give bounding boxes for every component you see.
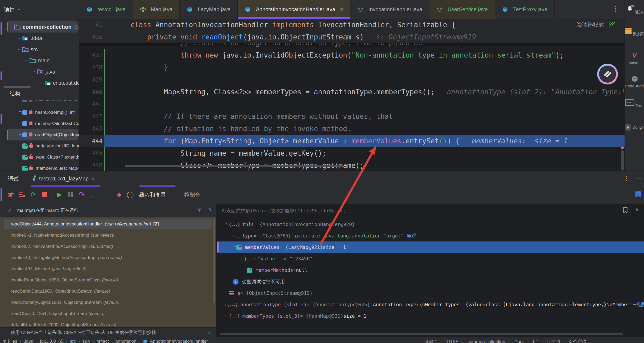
close-icon[interactable]: × [340,6,343,13]
resume-icon[interactable]: ▶ [55,191,63,199]
breadcrumb[interactable]: m Files› Java› jdk1.8.0_65› src› sun› re… [3,339,208,343]
code-line-441[interactable]: 441 [79,98,625,110]
code-line-438[interactable]: 438 } [79,61,625,74]
tree-horizontal-scrollbar[interactable] [3,86,31,88]
tree-item-common-collection[interactable]: › common-collection D:\ [3,21,79,33]
view-breakpoints-icon[interactable]: ◯ [126,191,134,199]
tool-stripe-mark[interactable] [1,114,2,124]
chevron-down-icon[interactable]: ∨ [209,207,212,212]
debug-panel-title[interactable]: 调试 [8,171,19,187]
code-line-442[interactable]: 442 // If there are annotation members w… [79,110,625,123]
caret-position[interactable]: 444:1 [426,339,437,343]
tool-stripe-mark[interactable] [1,188,2,201]
breakpoint-icon[interactable]: ● [115,191,123,199]
tab-userservice[interactable]: UserService.java [429,0,495,19]
layout-settings-icon[interactable] [635,191,642,197]
variable-row-membervalues-selected[interactable]: › memberValues = {LazyMap@921} size = 1 [217,241,644,253]
project-status[interactable]: common-collection [467,339,505,343]
rerun-debug-icon[interactable] [7,191,15,199]
line-ending[interactable]: LF [533,339,538,343]
step-out-icon[interactable]: ↑ [100,191,108,199]
stop-icon[interactable] [40,191,48,199]
tab-threads-variables[interactable]: 线程和变量 [139,187,166,203]
inspections-ok-icon[interactable]: ✓✓ [609,20,621,28]
project-panel-header[interactable]: 项目 › [4,0,79,19]
frames-scrollbar[interactable] [213,218,215,303]
tool-button-codebuddy[interactable]: CodeBuddy [625,75,644,88]
tab-testcc1[interactable]: testcc1.java [79,0,133,19]
chevron-down-icon[interactable]: ∨ [636,207,638,212]
frame-row[interactable]: invoke:43, DelegatingMethodAccessorImpl … [0,252,216,263]
variable-row-annotationtype[interactable]: › {...} annotationType (slot_2) = {Annot… [217,299,644,310]
minimize-icon[interactable]: — [636,175,642,182]
filter-funnel-icon[interactable] [196,208,202,213]
floating-app-badge[interactable] [597,64,618,84]
tool-button-notifications[interactable]: 通知 [625,5,644,15]
tool-stripe-mark[interactable] [1,22,2,35]
restart-icon[interactable]: ⟳ [29,191,37,199]
code-line-445[interactable]: 445 String name = memberValue.getKey(); [79,147,625,159]
tool-button-maven[interactable]: V Maven [625,51,644,65]
sticky-line-41[interactable]: 41 class AnnotationInvocationHandler imp… [79,19,625,31]
reader-mode-label[interactable]: 阅读器模式 [576,19,604,31]
variable-row-membertypes[interactable]: › {...} memberTypes (slot_3) = {HashMap@… [217,310,644,322]
structure-item-serialversionuid[interactable]: serialVersionUID: long [3,140,79,152]
code-line-443[interactable]: 443 // situation is handled by the invok… [79,123,625,135]
trae-status[interactable]: TRAE [446,339,458,343]
code-line-440[interactable]: 440 Map<String, Class<?>> memberTypes = … [79,86,625,98]
frame-row[interactable]: readSerialData:1900, ObjectInputStream (… [0,286,216,297]
thread-header[interactable]: ✓ "main"@1 在组"main": 正在运行 ∨ [0,204,216,217]
debug-session-tab[interactable]: testcc1.cc1_lazyMap × [31,171,94,186]
variable-row-membermethods[interactable]: memberMethods = null [217,264,644,276]
mute-breakpoints-icon[interactable] [18,191,26,199]
variable-row-s[interactable]: › s = {ObjectInputStream@919} [217,287,644,299]
editor-horizontal-scrollbar[interactable] [125,165,342,167]
code-line-439[interactable]: 439 [79,74,625,86]
tree-item-java[interactable]: › java [3,66,80,77]
bookmark-icon[interactable] [623,207,628,213]
close-icon[interactable]: × [91,176,95,182]
tab-console[interactable]: 控制台 [184,187,200,203]
structure-item-membervalues[interactable]: memberValues: Map<String, Object> [3,163,79,171]
tab-testproxy[interactable]: TestProxy.java [495,0,555,19]
structure-item-membervaluehashcode[interactable]: memberValueHashCode(Object): int [3,118,79,129]
frame-row[interactable]: readOrdinaryObject:1801, ObjectInputStre… [0,297,216,308]
frame-row[interactable]: readObject0:1351, ObjectInputStream (jav… [0,308,216,319]
variable-row-type[interactable]: › ⊏ type = {Class@765} "interface java.l… [217,230,644,241]
frame-row[interactable]: invoke:62, NativeMethodAccessorImpl (sun… [0,241,216,252]
frame-row[interactable]: invokeReadObject:1058, ObjectStreamClass… [0,275,216,286]
tree-item-main[interactable]: › main [3,55,80,66]
navigate-link[interactable]: 导航 [407,233,416,239]
structure-item-readobject[interactable]: readObject(ObjectInputStream): void [3,129,79,140]
tree-item-src[interactable]: › </> src [3,44,80,55]
tab-annotationinvocationhandler[interactable]: AnnotationInvocationHandler.java × [238,0,350,19]
code-line-444-execution[interactable]: 444 for (Map.Entry<String, Object> membe… [79,135,625,147]
variable-row-value-entry[interactable]: › {...} "value" -> "123456" [217,253,644,264]
frame-row-selected[interactable]: readObject:444, AnnotationInvocationHand… [0,219,216,230]
code-line-437[interactable]: 437 throw new java.io.InvalidObjectExcep… [79,49,625,61]
indent-status[interactable]: 4 个空格 [569,339,586,343]
more-tabs-icon[interactable]: ⋮ [612,5,619,13]
step-over-icon[interactable]: ↷ [78,191,86,199]
structure-item-type[interactable]: type: Class<? extends Annotation> [3,152,79,163]
tab-map[interactable]: Map.java [133,0,180,19]
variables-horizontal-scrollbar[interactable] [220,333,623,335]
frame-row[interactable]: defaultReadFields:2000, ObjectInputStrea… [0,319,216,327]
editor-vertical-scrollbar[interactable] [621,150,624,171]
tool-button-trae-ai[interactable]: Trae AI [625,99,644,108]
theme-status[interactable]: Dark [514,339,524,343]
tool-button-dongtai[interactable]: F DongTai [625,124,644,132]
tree-item-idea[interactable]: › .idea [3,33,80,44]
tab-invocationhandler[interactable]: InvocationHandler.java [350,0,429,19]
structure-panel-header[interactable]: 结构 [3,88,79,99]
frame-row[interactable]: invoke:497, Method (java.lang.reflect) [0,263,216,275]
frame-row[interactable]: invoke0:-1, NativeMethodAccessorImpl (su… [0,230,216,241]
view-link[interactable]: 视图 [636,302,644,307]
tab-lazymap[interactable]: LazyMap.java [180,0,238,19]
code-editor[interactable]: // Class is no longer an annotation type… [79,19,625,171]
tool-button-database[interactable]: 数据库 [625,28,644,37]
sticky-line-426[interactable]: 426 private void readObject(java.io.Obje… [79,31,625,43]
encoding[interactable]: UTF-8 [547,339,560,343]
tool-stripe-mark[interactable] [1,71,2,80]
evaluate-expression-input[interactable] [221,205,616,216]
